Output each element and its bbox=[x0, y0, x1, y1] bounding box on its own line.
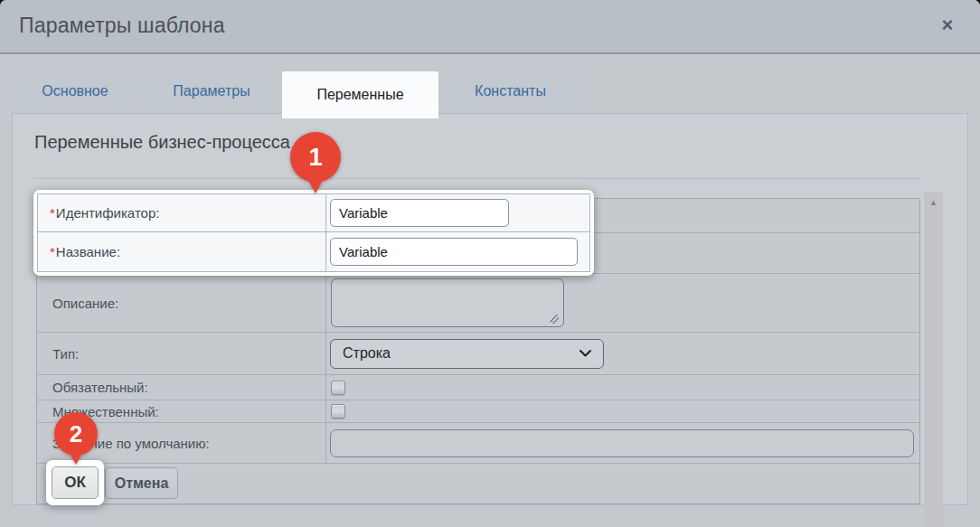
tab-label: Константы bbox=[475, 83, 546, 99]
tab-label: Параметры bbox=[173, 83, 250, 99]
tab-label: Основное bbox=[42, 83, 108, 99]
callout-pin-tail bbox=[306, 175, 325, 193]
row-identifier: * Идентификатор: bbox=[38, 194, 589, 232]
callout-pin-2: 2 bbox=[54, 412, 98, 465]
ok-button[interactable]: ОК bbox=[52, 466, 99, 499]
required-label: Обязательный: bbox=[37, 375, 326, 400]
row-default-value: Значение по умолчанию: bbox=[37, 423, 919, 464]
identifier-label: Идентификатор: bbox=[56, 205, 160, 221]
dialog-title: Параметры шаблона bbox=[19, 14, 225, 38]
scrollbar-vertical[interactable]: ▲ bbox=[924, 193, 943, 527]
required-marker: * bbox=[50, 244, 55, 259]
cancel-button[interactable]: Отмена bbox=[105, 467, 178, 499]
type-select-value: Строка bbox=[343, 345, 391, 362]
required-checkbox[interactable] bbox=[331, 381, 345, 395]
scroll-up-icon[interactable]: ▲ bbox=[924, 193, 943, 207]
tab-osnovnoe[interactable]: Основное bbox=[13, 73, 137, 109]
multiple-checkbox[interactable] bbox=[331, 404, 345, 419]
chevron-down-icon bbox=[580, 350, 591, 357]
row-type: Тип: Строка bbox=[37, 333, 919, 375]
tab-label: Переменные bbox=[316, 87, 403, 103]
template-parameters-dialog: Параметры шаблона × Основное Параметры П… bbox=[0, 0, 980, 527]
description-label: Описание: bbox=[37, 274, 326, 332]
row-multiple: Множественный: bbox=[37, 400, 919, 423]
row-required: Обязательный: bbox=[37, 375, 919, 400]
callout-highlight-fields: * Идентификатор: * Название: bbox=[33, 190, 594, 276]
name-input[interactable] bbox=[330, 238, 578, 266]
tab-peremennye-active[interactable]: Переменные bbox=[282, 71, 438, 118]
tab-parametry[interactable]: Параметры bbox=[146, 73, 277, 109]
close-icon[interactable]: × bbox=[935, 13, 960, 38]
default-value-input[interactable] bbox=[330, 429, 914, 457]
type-select[interactable]: Строка bbox=[330, 339, 604, 369]
identifier-input[interactable] bbox=[330, 199, 509, 227]
name-label: Название: bbox=[56, 244, 120, 259]
callout-highlight-ok: ОК bbox=[46, 460, 104, 505]
row-description: Описание: bbox=[37, 274, 919, 333]
callout-pin-1: 1 bbox=[290, 132, 341, 193]
dialog-titlebar: Параметры шаблона × bbox=[0, 0, 980, 54]
type-label: Тип: bbox=[37, 333, 326, 374]
description-textarea[interactable] bbox=[331, 278, 564, 327]
tab-konstanty[interactable]: Константы bbox=[442, 73, 579, 109]
textarea-resize-handle-icon[interactable] bbox=[550, 315, 559, 324]
row-name: * Название: bbox=[38, 232, 589, 271]
callout-pin-tail bbox=[67, 448, 85, 465]
required-marker: * bbox=[50, 205, 55, 221]
heading-divider bbox=[34, 178, 920, 179]
